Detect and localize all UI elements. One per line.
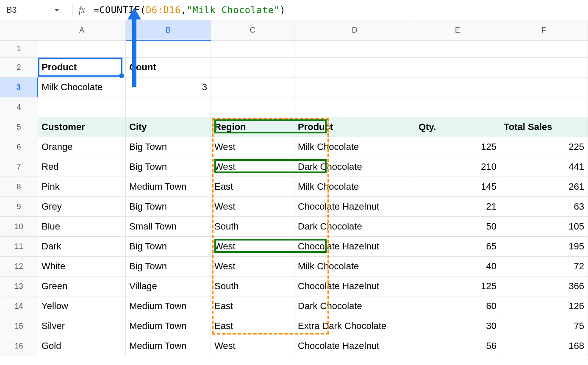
cell-C11[interactable]: West xyxy=(211,237,294,257)
cell-C8[interactable]: East xyxy=(211,177,294,197)
cell-B2[interactable]: Count xyxy=(126,58,211,77)
cell-E5[interactable]: Qty. xyxy=(415,117,500,137)
cell-D8[interactable]: Milk Chocolate xyxy=(294,177,415,197)
row-header-15[interactable]: 15 xyxy=(0,316,38,336)
cell-E14[interactable]: 60 xyxy=(415,296,500,316)
cell-C14[interactable]: East xyxy=(211,296,294,316)
cell-C7[interactable]: West xyxy=(211,157,294,177)
cell-E3[interactable] xyxy=(415,77,500,97)
cell-C2[interactable] xyxy=(211,58,294,77)
cell-F6[interactable]: 225 xyxy=(500,137,588,157)
chevron-down-icon[interactable] xyxy=(54,9,59,11)
cell-D6[interactable]: Milk Chocolate xyxy=(294,137,415,157)
cell-C10[interactable]: South xyxy=(211,217,294,237)
cell-D12[interactable]: Milk Chocolate xyxy=(294,257,415,277)
cell-B6[interactable]: Big Town xyxy=(126,137,211,157)
formula-input[interactable]: =COUNTIF(D6:D16,"Milk Chocolate") xyxy=(93,5,286,15)
cell-D4[interactable] xyxy=(294,97,415,117)
cell-D3[interactable] xyxy=(294,77,415,97)
cell-A3[interactable]: Milk Chocolate xyxy=(38,77,126,97)
cell-D2[interactable] xyxy=(294,58,415,77)
cell-C4[interactable] xyxy=(211,97,294,117)
cell-F4[interactable] xyxy=(500,97,588,117)
cell-F3[interactable] xyxy=(500,77,588,97)
cell-F7[interactable]: 441 xyxy=(500,157,588,177)
cell-C16[interactable]: West xyxy=(211,336,294,356)
cell-E11[interactable]: 65 xyxy=(415,237,500,257)
spreadsheet-grid[interactable]: ABCDEF12ProductCount3Milk Chocolate345Cu… xyxy=(0,20,588,356)
cell-E1[interactable] xyxy=(415,41,500,58)
cell-A7[interactable]: Red xyxy=(38,157,126,177)
cell-C5[interactable]: Region xyxy=(211,117,294,137)
cell-B11[interactable]: Big Town xyxy=(126,237,211,257)
cell-A1[interactable] xyxy=(38,41,126,58)
row-header-8[interactable]: 8 xyxy=(0,177,38,197)
cell-A16[interactable]: Gold xyxy=(38,336,126,356)
cell-A6[interactable]: Orange xyxy=(38,137,126,157)
cell-B14[interactable]: Medium Town xyxy=(126,296,211,316)
cell-C13[interactable]: South xyxy=(211,277,294,296)
cell-D13[interactable]: Chocolate Hazelnut xyxy=(294,277,415,296)
cell-B4[interactable] xyxy=(126,97,211,117)
row-header-2[interactable]: 2 xyxy=(0,58,38,77)
row-header-9[interactable]: 9 xyxy=(0,197,38,217)
cell-E10[interactable]: 50 xyxy=(415,217,500,237)
cell-A15[interactable]: Silver xyxy=(38,316,126,336)
cell-C15[interactable]: East xyxy=(211,316,294,336)
cell-F12[interactable]: 72 xyxy=(500,257,588,277)
row-header-13[interactable]: 13 xyxy=(0,277,38,296)
column-header-E[interactable]: E xyxy=(415,20,500,41)
column-header-A[interactable]: A xyxy=(38,20,126,41)
cell-E13[interactable]: 125 xyxy=(415,277,500,296)
cell-A2[interactable]: Product xyxy=(38,58,126,77)
cell-B15[interactable]: Medium Town xyxy=(126,316,211,336)
cell-F5[interactable]: Total Sales xyxy=(500,117,588,137)
cell-D7[interactable]: Dark Chocolate xyxy=(294,157,415,177)
cell-E4[interactable] xyxy=(415,97,500,117)
cell-B1[interactable] xyxy=(126,41,211,58)
cell-C9[interactable]: West xyxy=(211,197,294,217)
cell-A12[interactable]: White xyxy=(38,257,126,277)
cell-B9[interactable]: Big Town xyxy=(126,197,211,217)
cell-E8[interactable]: 145 xyxy=(415,177,500,197)
cell-E6[interactable]: 125 xyxy=(415,137,500,157)
cell-F8[interactable]: 261 xyxy=(500,177,588,197)
cell-F1[interactable] xyxy=(500,41,588,58)
cell-A8[interactable]: Pink xyxy=(38,177,126,197)
name-box[interactable]: B3 xyxy=(4,5,66,15)
select-all-corner[interactable] xyxy=(0,20,38,41)
cell-E12[interactable]: 40 xyxy=(415,257,500,277)
cell-B3[interactable]: 3 xyxy=(126,77,211,97)
cell-B5[interactable]: City xyxy=(126,117,211,137)
cell-F14[interactable]: 126 xyxy=(500,296,588,316)
row-header-10[interactable]: 10 xyxy=(0,217,38,237)
cell-E15[interactable]: 30 xyxy=(415,316,500,336)
cell-D9[interactable]: Chocolate Hazelnut xyxy=(294,197,415,217)
cell-F16[interactable]: 168 xyxy=(500,336,588,356)
row-header-14[interactable]: 14 xyxy=(0,296,38,316)
row-header-1[interactable]: 1 xyxy=(0,41,38,58)
cell-D14[interactable]: Dark Chocolate xyxy=(294,296,415,316)
cell-F10[interactable]: 105 xyxy=(500,217,588,237)
cell-C6[interactable]: West xyxy=(211,137,294,157)
cell-D16[interactable]: Chocolate Hazelnut xyxy=(294,336,415,356)
cell-A11[interactable]: Dark xyxy=(38,237,126,257)
cell-E9[interactable]: 21 xyxy=(415,197,500,217)
cell-D15[interactable]: Extra Dark Chocolate xyxy=(294,316,415,336)
row-header-11[interactable]: 11 xyxy=(0,237,38,257)
cell-A13[interactable]: Green xyxy=(38,277,126,296)
cell-F15[interactable]: 75 xyxy=(500,316,588,336)
cell-B10[interactable]: Small Town xyxy=(126,217,211,237)
cell-C3[interactable] xyxy=(211,77,294,97)
cell-D10[interactable]: Dark Chocolate xyxy=(294,217,415,237)
cell-A14[interactable]: Yellow xyxy=(38,296,126,316)
cell-B16[interactable]: Medium Town xyxy=(126,336,211,356)
cell-F11[interactable]: 195 xyxy=(500,237,588,257)
cell-A5[interactable]: Customer xyxy=(38,117,126,137)
column-header-C[interactable]: C xyxy=(211,20,294,41)
row-header-12[interactable]: 12 xyxy=(0,257,38,277)
fx-icon[interactable]: fx xyxy=(79,5,85,15)
cell-B7[interactable]: Big Town xyxy=(126,157,211,177)
cell-A9[interactable]: Grey xyxy=(38,197,126,217)
cell-F9[interactable]: 63 xyxy=(500,197,588,217)
